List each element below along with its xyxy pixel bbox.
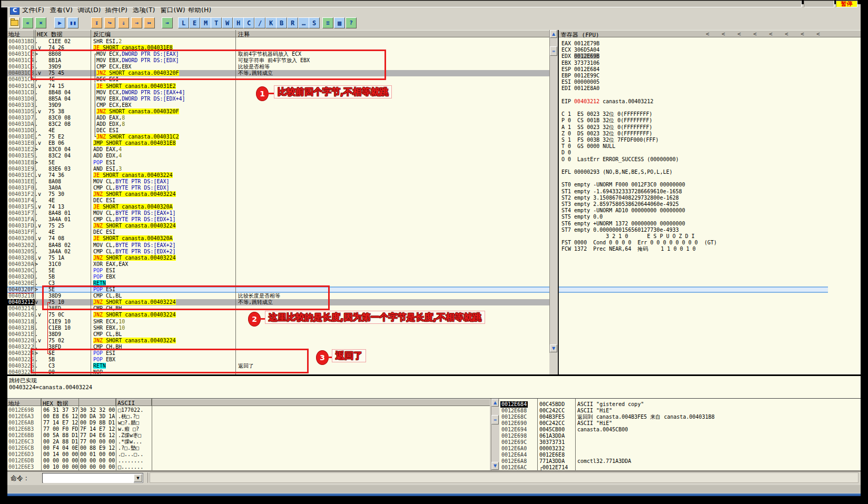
stack-value-cell[interactable]: 00003232 (539, 446, 565, 452)
disassembly-cell[interactable]: MOV CL,BYTE PTR DS:[EAX+2] (93, 242, 176, 249)
disassembly-cell[interactable]: JNZ SHORT canasta.00403224 (93, 312, 176, 318)
disassembly-cell[interactable]: └JNZ SHORT canasta.004031C2 (93, 134, 179, 140)
dump-ascii-cell[interactable]: .□...□.. (118, 451, 143, 458)
disassembly-cell[interactable]: JE SHORT canasta.004031E8 (93, 45, 173, 51)
collapse-arrow-icon[interactable]: < (801, 31, 804, 37)
collapse-arrow-icon[interactable]: < (769, 31, 773, 37)
disassembly-cell[interactable]: CMP CL,BYTE PTR DS:[EDX] (93, 185, 170, 191)
comment-cell[interactable]: 可疑字符串 前4字节放入 EBX (238, 57, 310, 64)
register-line[interactable]: O 0 LastErr ERROR_SUCCESS (00000000) (561, 156, 679, 163)
disassembly-cell[interactable]: DEC ESI (93, 229, 115, 235)
disassembly-cell[interactable]: DEC ESI (93, 197, 115, 204)
disassembly-cell[interactable]: JNZ SHORT canasta.00403224 (93, 299, 176, 305)
disassembly-cell[interactable]: JNZ SHORT canasta.00403224 (93, 191, 176, 197)
stack-value-cell[interactable]: 771A3DDA (539, 458, 565, 465)
stack-address-cell[interactable]: 0012E6A4 (501, 452, 527, 458)
appearance-button[interactable]: ▦ (334, 17, 345, 28)
dump-hex-cell[interactable]: 00 DA 3D 1A (80, 413, 115, 420)
register-line[interactable]: ESI 00000005 (561, 79, 599, 85)
stack-scrollbar-track[interactable] (491, 399, 499, 470)
disassembly-cell[interactable]: JE SHORT canasta.0040320A (93, 204, 173, 210)
window-executables-button[interactable]: E (189, 17, 200, 28)
comment-cell[interactable]: 不等,跳转成立 (238, 70, 273, 76)
dump-hex-cell[interactable]: 7F 14 E7 12 (80, 426, 115, 432)
disassembly-cell[interactable]: POP ESI (93, 350, 115, 357)
close-button[interactable]: × (35, 17, 46, 28)
disassembly-cell[interactable]: MOV CL,BYTE PTR DS:[EAX] (93, 179, 170, 185)
disassembly-cell[interactable]: │MOV EBX,DWORD PTR DS:[EDX] (93, 57, 179, 64)
register-line[interactable]: ST7 empty 0.0000000156560127730e-4933 (561, 227, 679, 233)
disassembly-cell[interactable]: │JNZ SHORT canasta.0040320F (93, 70, 179, 76)
collapse-arrow-icon[interactable]: < (706, 31, 709, 37)
stack-address-cell[interactable]: 0012E68C (501, 414, 527, 420)
restart-button[interactable]: « (22, 17, 33, 28)
collapse-arrow-icon[interactable]: < (753, 31, 757, 37)
dump-hex-cell[interactable]: 00 10 00 00 (43, 464, 78, 470)
disassembly-cell[interactable]: POP ESI (93, 268, 115, 274)
register-line[interactable]: ST3 empty 2.8597580538620644060e-4925 (561, 201, 679, 207)
disassembly-cell[interactable]: JMP SHORT canasta.004031E8 (93, 140, 176, 146)
comment-cell[interactable]: 返回了 (238, 363, 254, 369)
register-line[interactable]: D 0 (561, 150, 571, 156)
stack-address-cell[interactable]: 0012E6AC (501, 465, 527, 471)
disassembly-cell[interactable]: │MOV ECX,DWORD PTR DS:[EAX+4] (93, 90, 185, 96)
stack-address-cell[interactable]: 0012E69C (501, 439, 527, 446)
dump-ascii-cell[interactable]: .*堞w... (118, 439, 142, 445)
dump-ascii-cell[interactable]: □....... (118, 464, 143, 470)
stack-value-cell[interactable]: 0045CB00 (539, 427, 565, 433)
disassembly-cell[interactable]: NOP (93, 369, 103, 375)
window-callstack-button[interactable]: K (265, 17, 277, 28)
dump-hex-cell[interactable]: 00 F4 04 0E (43, 445, 78, 451)
open-file-button[interactable] (9, 17, 20, 28)
go-to-button[interactable]: → (162, 17, 173, 28)
stack-value-cell[interactable]: 00C242CC (539, 408, 565, 414)
disassembly-cell[interactable]: CMP CL,BL (93, 293, 122, 299)
register-line[interactable]: ST0 empty -UNORM F000 0012F3C0 00000000 (561, 182, 685, 188)
dump-hex-cell[interactable]: 00 88 E9 12 (80, 445, 115, 451)
window-runtrace-button[interactable]: … (298, 17, 309, 28)
disassembly-cell[interactable]: AND ESI,3 (93, 166, 122, 172)
help-button[interactable]: ? (346, 17, 357, 28)
scroll-up-button[interactable]: ▲ (550, 30, 557, 38)
register-line[interactable]: FCW 1372 Prec NEAR,64 掩码 1 1 0 0 1 0 (561, 246, 696, 252)
dump-hex-cell[interactable]: 00 14 00 00 (43, 451, 78, 458)
scrollbar-thumb[interactable]: ≡ (550, 46, 557, 56)
dump-hex-cell[interactable]: 00 5A 88 D1 (43, 432, 78, 439)
dump-hex-cell[interactable]: 00 00 00 00 (80, 458, 115, 464)
step-into-button[interactable]: ↧ (91, 17, 102, 28)
register-line[interactable]: ESP 0012E684 (561, 66, 599, 73)
disassembly-cell[interactable]: ADD EAX,4 (93, 146, 122, 153)
register-line[interactable]: ST5 empty 0.0 (561, 214, 603, 220)
stack-address-cell[interactable]: 0012E690 (501, 420, 527, 427)
scrollbar-thumb[interactable]: ≡ (491, 415, 499, 424)
stack-address-cell[interactable]: 0012E698 (501, 433, 527, 439)
scroll-down-button[interactable]: ▼ (491, 462, 499, 470)
disassembly-cell[interactable]: SHR EBX,10 (93, 325, 125, 331)
disassembly-cell[interactable]: ADD EDX,4 (93, 153, 122, 159)
stack-value-cell[interactable]: 00C242CC (539, 420, 565, 427)
disassembly-cell[interactable]: ┌MOV ECX,DWORD PTR DS:[EAX] (93, 51, 179, 57)
window-references-button[interactable]: R (287, 17, 298, 28)
disassembly-cell[interactable]: SHR ESI,2 (93, 38, 122, 45)
disassembly-cell[interactable]: POP ESI (93, 286, 115, 293)
stack-value-cell[interactable]: 061A3DDA (539, 433, 565, 439)
animate-over-button[interactable]: ⇒ (131, 17, 142, 28)
disassembly-cell[interactable]: JE SHORT canasta.00403224 (93, 172, 173, 179)
dump-hex-cell[interactable]: 06 31 37 37 (43, 407, 78, 413)
comment-cell[interactable]: 比较长度是否相等 (238, 293, 280, 299)
register-line[interactable]: EIP 00403212 canasta.00403212 (561, 98, 654, 105)
disassembly-cell[interactable]: JNZ SHORT canasta.00403224 (93, 255, 176, 261)
disassembly-cell[interactable]: │CMP ECX,EBX (93, 102, 131, 108)
register-line[interactable]: EBX 37373106 (561, 60, 599, 66)
disassembly-cell[interactable]: │ADD EAX,8 (93, 115, 125, 121)
dump-hex-cell[interactable]: 00 D9 8B D1 (80, 420, 115, 426)
stack-address-cell[interactable]: 0012E6A0 (501, 446, 527, 452)
disassembly-cell[interactable]: RETN (93, 280, 106, 286)
stack-value-cell[interactable]: 0012E6E8 (539, 452, 565, 458)
scroll-up-button[interactable]: ▲ (491, 399, 499, 407)
disassembly-cell[interactable]: RETN (93, 363, 106, 369)
dump-ascii-cell[interactable]: .Z堞w枣□ (118, 432, 141, 439)
disassembly-cell[interactable]: │DEC ESI (93, 76, 119, 83)
window-source-button[interactable]: S (309, 17, 320, 28)
dump-ascii-cell[interactable]: □177022. (118, 407, 143, 413)
